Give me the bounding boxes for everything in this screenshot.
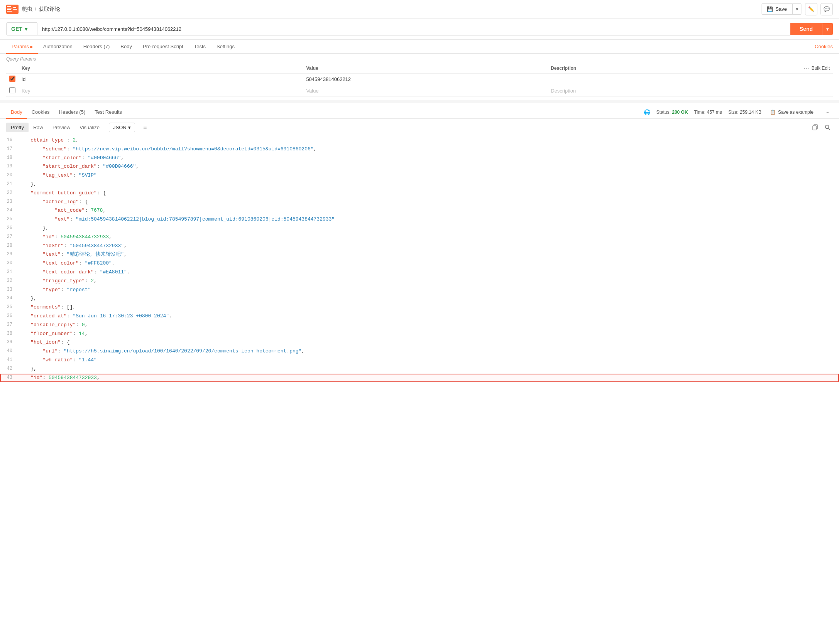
json-indent <box>19 269 42 275</box>
tab-params[interactable]: Params <box>6 40 38 54</box>
save-dropdown-button[interactable]: ▾ <box>792 4 802 14</box>
status-label: Status: 200 OK <box>656 110 688 115</box>
tab-settings[interactable]: Settings <box>211 40 240 54</box>
response-tab-testresults[interactable]: Test Results <box>90 106 127 119</box>
line-content: "created_at": "Sun Jun 16 17:30:23 +0800… <box>19 312 839 320</box>
json-indent <box>19 348 42 354</box>
param-id-checkbox[interactable] <box>9 76 15 82</box>
json-key: "act_code" <box>55 207 85 213</box>
line-content: "trigger_type": 2, <box>19 277 839 285</box>
response-body-label: Body <box>11 109 22 115</box>
view-tab-raw[interactable]: Raw <box>29 123 48 132</box>
comment-icon-button[interactable]: 💬 <box>820 3 833 15</box>
line-number: 39 <box>3 339 19 346</box>
edit-icon-button[interactable]: ✏️ <box>805 3 817 15</box>
json-punct: : <box>85 207 91 213</box>
line-content: "action_log": { <box>19 198 839 206</box>
search-icon[interactable] <box>822 122 833 133</box>
header-right: 💾 Save ▾ ✏️ 💬 <box>761 3 833 15</box>
line-number: 31 <box>3 268 19 276</box>
view-tab-visualize[interactable]: Visualize <box>75 123 104 132</box>
save-main-button[interactable]: 💾 Save <box>761 4 792 14</box>
json-line-31: 31 "text_color_dark": "#EA8011", <box>0 268 839 277</box>
line-number: 18 <box>3 154 19 162</box>
json-key: "text" <box>42 251 61 257</box>
json-line-27: 27 "id": 5045943844732933, <box>0 233 839 242</box>
json-line-16: 16 obtain_type : 2, <box>0 136 839 145</box>
response-tab-headers[interactable]: Headers (5) <box>54 106 90 119</box>
view-tab-preview[interactable]: Preview <box>48 123 75 132</box>
save-button-group: 💾 Save ▾ <box>761 3 802 15</box>
copy-icon[interactable] <box>810 122 820 133</box>
json-indent <box>19 322 30 328</box>
format-select[interactable]: JSON ▾ <box>109 123 135 132</box>
more-options-icon[interactable]: ··· <box>822 107 833 118</box>
json-line-21: 21 }, <box>0 180 839 189</box>
json-indent <box>19 225 42 231</box>
url-input[interactable] <box>37 23 790 35</box>
line-number: 20 <box>3 172 19 179</box>
tab-authorization[interactable]: Authorization <box>38 40 78 54</box>
json-key: "comment_button_guide" <box>30 190 97 196</box>
wrap-lines-icon[interactable]: ≡ <box>140 122 151 133</box>
json-line-32: 32 "trigger_type": 2, <box>0 277 839 286</box>
tab-tests[interactable]: Tests <box>189 40 211 54</box>
json-number: 0 <box>82 322 85 328</box>
json-indent <box>19 164 42 169</box>
svg-rect-4 <box>13 7 16 8</box>
line-number: 35 <box>3 303 19 311</box>
bulk-edit-button[interactable]: Bulk Edit <box>812 66 830 71</box>
json-indent <box>19 313 30 319</box>
json-punct: , <box>109 234 112 240</box>
param-empty-value: Value <box>306 88 318 94</box>
view-tab-pretty[interactable]: Pretty <box>6 123 29 132</box>
json-viewer[interactable]: 16 obtain_type : 2,17 "scheme": "https:/… <box>0 136 839 382</box>
json-indent <box>19 207 55 213</box>
save-example-label: Save as example <box>778 110 814 115</box>
json-line-42: 42 }, <box>0 365 839 374</box>
line-number: 40 <box>3 347 19 355</box>
json-key: "start_color" <box>42 155 81 161</box>
send-dropdown-button[interactable]: ▾ <box>822 23 833 35</box>
method-select[interactable]: GET ▾ <box>6 22 37 35</box>
logo-text <box>7 5 18 13</box>
tab-settings-label: Settings <box>217 44 235 49</box>
tab-prerequest[interactable]: Pre-request Script <box>137 40 189 54</box>
json-indent <box>19 172 42 178</box>
response-tab-cookies[interactable]: Cookies <box>27 106 54 119</box>
col-value-header: Value <box>303 63 548 74</box>
json-link[interactable]: "https://h5.sinaimg.cn/upload/100/1640/2… <box>64 348 301 354</box>
breadcrumb-home[interactable]: 爬虫 <box>22 6 32 13</box>
json-punct: : { <box>79 199 88 205</box>
col-key-header: Key <box>19 63 303 74</box>
cookies-link[interactable]: Cookies <box>815 40 833 53</box>
param-empty-checkbox[interactable] <box>9 87 15 93</box>
json-line-40: 40 "url": "https://h5.sinaimg.cn/upload/… <box>0 347 839 356</box>
json-line-39: 39 "hot_icon": { <box>0 338 839 347</box>
json-indent <box>19 137 30 143</box>
json-punct: : { <box>61 339 69 345</box>
json-string: "精彩评论, 快来转发吧" <box>67 251 124 257</box>
json-indent <box>19 190 30 196</box>
json-indent <box>19 295 30 301</box>
tab-body[interactable]: Body <box>115 40 137 54</box>
json-string: "Sun Jun 16 17:30:23 +0800 2024" <box>73 313 169 319</box>
json-line-43: 43 "id": 5045943844732933, <box>0 374 839 383</box>
save-as-example-button[interactable]: 📋 Save as example <box>768 108 816 116</box>
json-indent <box>19 304 30 310</box>
json-punct: }, <box>30 366 37 372</box>
line-number: 16 <box>3 137 19 144</box>
svg-rect-2 <box>7 9 11 10</box>
col-actions-header: ··· Bulk Edit <box>792 63 833 74</box>
json-link[interactable]: "https://new.vip.weibo.cn/bubble/mall?sh… <box>73 146 313 152</box>
send-main-button[interactable]: Send <box>790 23 822 35</box>
json-indent <box>19 278 42 284</box>
json-line-18: 18 "start_color": "#00D04666", <box>0 154 839 163</box>
line-content: }, <box>19 365 839 373</box>
json-punct: : <box>76 322 82 328</box>
response-tab-body[interactable]: Body <box>6 106 27 119</box>
tab-headers[interactable]: Headers (7) <box>78 40 115 54</box>
more-icon[interactable]: ··· <box>804 66 810 71</box>
line-number: 25 <box>3 216 19 223</box>
time-label: Time: 457 ms <box>694 110 722 115</box>
